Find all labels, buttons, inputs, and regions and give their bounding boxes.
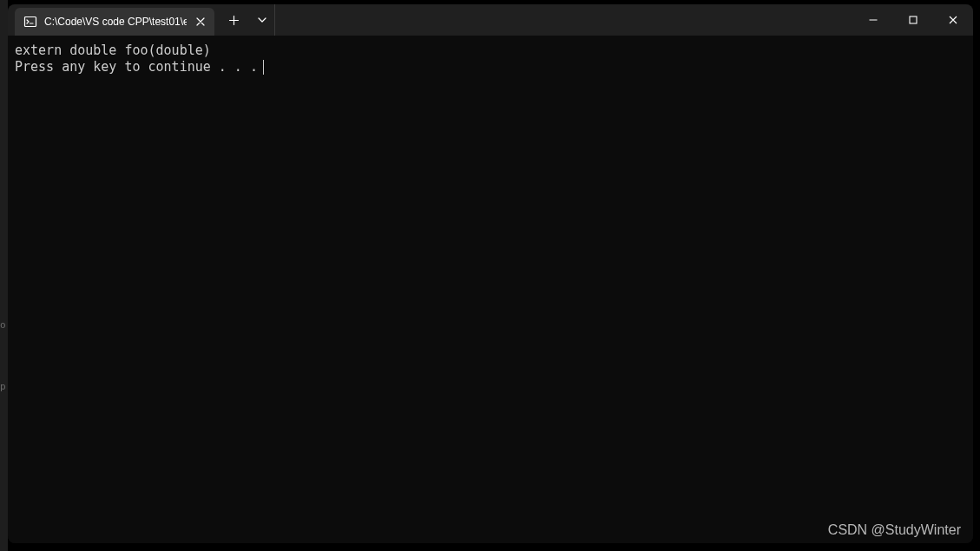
edge-char: p: [0, 381, 6, 392]
terminal-icon: [23, 15, 37, 29]
svg-rect-0: [25, 17, 36, 27]
svg-rect-3: [910, 16, 917, 23]
terminal-output: extern double foo(double) Press any key …: [15, 43, 966, 75]
output-line: Press any key to continue . . .: [15, 59, 258, 75]
edge-char: o: [0, 319, 6, 331]
tab-strip: C:\Code\VS code CPP\test01\e: [8, 4, 275, 36]
titlebar[interactable]: C:\Code\VS code CPP\test01\e: [8, 4, 973, 36]
active-tab[interactable]: C:\Code\VS code CPP\test01\e: [15, 8, 214, 36]
minimize-button[interactable]: [853, 4, 893, 36]
window-controls: [853, 4, 973, 36]
new-tab-button[interactable]: [218, 4, 249, 36]
background-editor-edge: o p: [0, 0, 8, 551]
output-line: extern double foo(double): [15, 43, 211, 58]
terminal-viewport[interactable]: extern double foo(double) Press any key …: [8, 36, 973, 543]
watermark-text: CSDN @StudyWinter: [828, 522, 961, 538]
tab-title: C:\Code\VS code CPP\test01\e: [44, 16, 187, 28]
close-tab-button[interactable]: [194, 15, 207, 29]
maximize-button[interactable]: [893, 4, 933, 36]
close-window-button[interactable]: [933, 4, 973, 36]
text-cursor: [263, 60, 264, 75]
titlebar-drag-area[interactable]: [275, 4, 853, 36]
tab-dropdown-button[interactable]: [249, 4, 275, 36]
terminal-window: C:\Code\VS code CPP\test01\e: [8, 4, 973, 543]
